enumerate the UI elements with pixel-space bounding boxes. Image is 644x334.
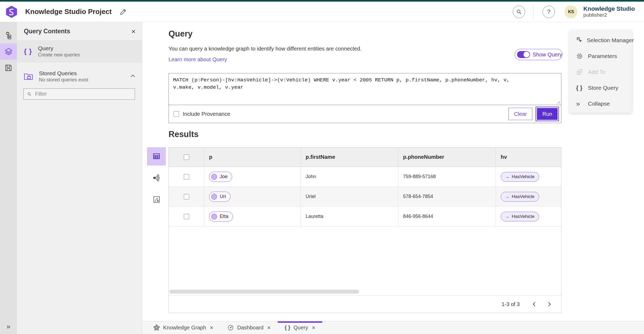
braces-icon: { } bbox=[24, 47, 32, 56]
rail-item-schema[interactable] bbox=[0, 27, 17, 44]
query-item-title: Query bbox=[38, 45, 80, 52]
resize-grip-icon[interactable] bbox=[557, 100, 560, 104]
page-description: You can query a knowledge graph to ident… bbox=[169, 46, 361, 52]
previous-page-button[interactable] bbox=[529, 299, 540, 310]
arrow-right-icon: → bbox=[505, 194, 510, 199]
cell-first-name: Uriel bbox=[301, 187, 398, 206]
row-checkbox[interactable] bbox=[184, 174, 189, 179]
pagination-range: 1-3 of 3 bbox=[502, 301, 520, 307]
stored-queries-title: Stored Queries bbox=[39, 70, 88, 77]
results-table: p p.firstName p.phoneNumber hv Joe John … bbox=[169, 147, 561, 313]
filter-input[interactable] bbox=[35, 91, 131, 97]
entity-pill[interactable]: Uri bbox=[209, 192, 230, 202]
toggle-on-icon bbox=[517, 51, 530, 58]
show-query-label: Show Query bbox=[533, 52, 562, 58]
clear-button[interactable]: Clear bbox=[508, 108, 533, 120]
show-query-toggle[interactable]: Show Query bbox=[515, 49, 562, 60]
query-main-area: Query You can query a knowledge graph to… bbox=[142, 22, 644, 321]
store-query-button[interactable]: { } Store Query bbox=[570, 80, 632, 96]
entity-name: Joe bbox=[220, 174, 228, 179]
entity-pill[interactable]: Joe bbox=[209, 172, 232, 182]
double-chevron-right-icon: » bbox=[576, 100, 584, 107]
column-header-firstname[interactable]: p.firstName bbox=[301, 148, 398, 167]
tab-dashboard[interactable]: Dashboard × bbox=[220, 321, 278, 334]
next-page-button[interactable] bbox=[544, 299, 555, 310]
close-icon[interactable]: × bbox=[210, 325, 213, 331]
select-all-checkbox[interactable] bbox=[184, 155, 189, 160]
query-actions-panel: Selection Manager Parameters Add To bbox=[570, 30, 632, 113]
network-icon bbox=[153, 174, 160, 182]
entity-node-icon bbox=[211, 194, 217, 200]
column-header-phone[interactable]: p.phoneNumber bbox=[398, 148, 496, 167]
close-icon[interactable]: × bbox=[267, 325, 271, 331]
rail-expand-button[interactable]: » bbox=[0, 321, 17, 332]
stored-queries-section[interactable]: Stored Queries No stored queries exist bbox=[17, 66, 142, 86]
stored-queries-subtitle: No stored queries exist bbox=[39, 77, 88, 83]
panel-title: Query Contents bbox=[24, 28, 70, 35]
user-name: Knowledge Studio bbox=[583, 5, 635, 12]
header-right-controls: ? KS Knowledge Studio publisher2 bbox=[513, 5, 644, 19]
braces-icon: { } bbox=[576, 84, 584, 91]
parameters-button[interactable]: Parameters bbox=[570, 48, 632, 64]
chart-view-button[interactable] bbox=[147, 190, 166, 209]
query-item-subtitle: Create new queries bbox=[38, 52, 80, 58]
relationship-pill[interactable]: → HasVehicle bbox=[501, 172, 539, 182]
app-logo-icon[interactable] bbox=[5, 6, 18, 18]
results-title: Results bbox=[169, 130, 199, 139]
table-view-button[interactable] bbox=[147, 147, 166, 166]
left-icon-rail: » bbox=[0, 22, 17, 334]
learn-more-link[interactable]: Learn more about Query bbox=[169, 56, 227, 63]
row-checkbox[interactable] bbox=[184, 214, 189, 219]
entity-node-icon bbox=[211, 174, 217, 180]
horizontal-scrollbar[interactable] bbox=[169, 290, 359, 294]
cell-phone-number: 578-654-7854 bbox=[398, 187, 496, 206]
user-avatar[interactable]: KS bbox=[565, 5, 577, 18]
close-icon[interactable]: × bbox=[131, 28, 136, 35]
help-button[interactable]: ? bbox=[543, 6, 555, 18]
table-row: Uri Uriel 578-654-7854 → HasVehicle bbox=[169, 187, 561, 207]
close-icon[interactable]: × bbox=[312, 325, 315, 331]
entity-pill[interactable]: Etta bbox=[209, 211, 233, 222]
panel-item-query[interactable]: { } Query Create new queries bbox=[17, 41, 142, 62]
relationship-pill[interactable]: → HasVehicle bbox=[501, 212, 539, 221]
entity-name: Uri bbox=[220, 194, 226, 199]
add-to-button[interactable]: Add To bbox=[570, 64, 632, 80]
table-row: Joe John 759-889-57168 → HasVehicle bbox=[169, 167, 561, 187]
selection-manager-icon bbox=[576, 37, 583, 44]
tab-query[interactable]: { } Query × bbox=[278, 321, 322, 334]
tab-knowledge-graph[interactable]: Knowledge Graph × bbox=[146, 321, 220, 334]
search-button[interactable] bbox=[513, 6, 525, 18]
include-provenance-checkbox[interactable] bbox=[174, 111, 179, 117]
row-checkbox[interactable] bbox=[184, 194, 189, 199]
cell-first-name: Lauretta bbox=[301, 207, 398, 226]
knowledge-studio-app: Knowledge Studio Project ? KS Kno bbox=[0, 0, 644, 334]
table-icon bbox=[153, 153, 160, 160]
relationship-name: HasVehicle bbox=[512, 214, 535, 219]
avatar-initials: KS bbox=[568, 9, 574, 14]
double-chevron-right-icon: » bbox=[6, 322, 10, 331]
relationship-pill[interactable]: → HasVehicle bbox=[501, 192, 539, 202]
rail-item-layers[interactable] bbox=[0, 44, 17, 60]
braces-icon: { } bbox=[285, 325, 290, 331]
column-header-hv[interactable]: hv bbox=[496, 148, 561, 167]
arrow-right-icon: → bbox=[505, 214, 510, 219]
cell-first-name: John bbox=[301, 167, 398, 186]
query-textarea[interactable]: MATCH (p:Person)-[hv:HasVehicle]->(v:Veh… bbox=[169, 73, 561, 105]
arrow-right-icon: → bbox=[505, 174, 510, 179]
rail-item-save[interactable] bbox=[0, 60, 17, 76]
table-row: Etta Lauretta 846-956-8644 → HasVehicle bbox=[169, 207, 561, 227]
chevron-up-icon[interactable] bbox=[130, 74, 136, 79]
chevron-right-icon bbox=[547, 301, 551, 307]
stored-queries-filter bbox=[23, 88, 135, 100]
user-info: Knowledge Studio publisher2 bbox=[583, 5, 635, 18]
user-role: publisher2 bbox=[583, 12, 635, 18]
graph-view-button[interactable] bbox=[147, 169, 166, 187]
project-title: Knowledge Studio Project bbox=[25, 8, 112, 16]
relationship-name: HasVehicle bbox=[512, 174, 535, 179]
run-button[interactable]: Run bbox=[536, 107, 558, 121]
column-header-p[interactable]: p bbox=[204, 148, 301, 167]
edit-title-button[interactable] bbox=[119, 7, 128, 16]
cell-phone-number: 759-889-57168 bbox=[398, 167, 496, 186]
collapse-panel-button[interactable]: » Collapse bbox=[570, 96, 632, 112]
selection-manager-button[interactable]: Selection Manager bbox=[570, 32, 632, 48]
